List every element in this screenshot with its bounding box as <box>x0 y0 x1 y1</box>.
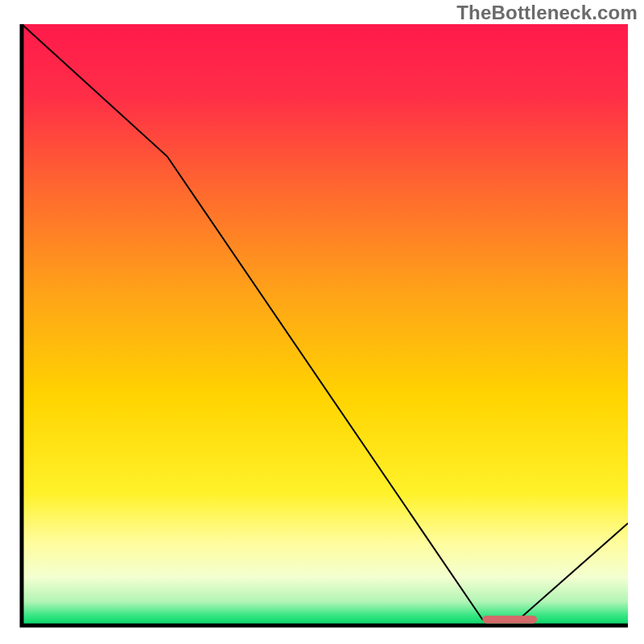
gradient-background <box>22 24 628 625</box>
bottleneck-chart <box>19 24 628 628</box>
chart-frame: TheBottleneck.com <box>0 0 644 644</box>
watermark-text: TheBottleneck.com <box>456 2 638 24</box>
plot-area <box>19 24 628 628</box>
optimal-band-marker <box>482 616 537 624</box>
